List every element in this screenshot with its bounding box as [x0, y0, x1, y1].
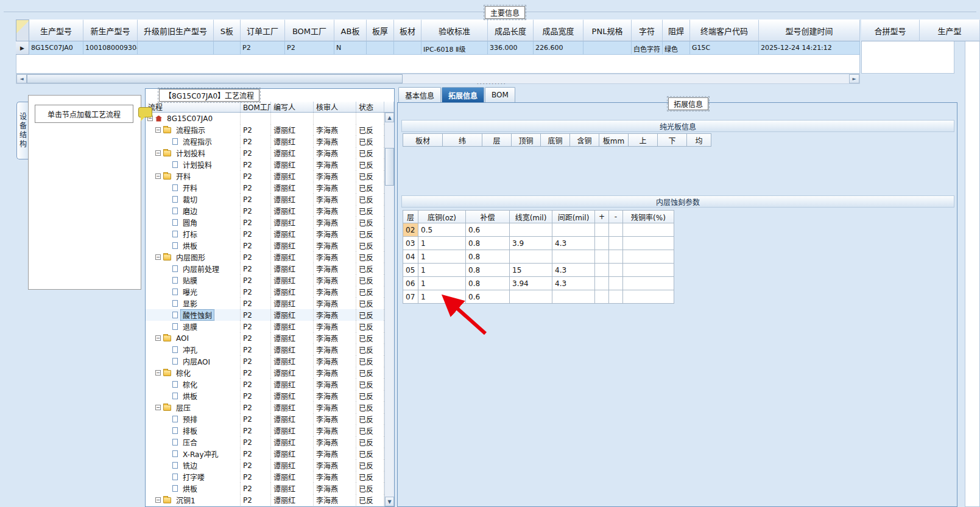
- etch-cell[interactable]: [609, 223, 623, 237]
- main-grid-column-header[interactable]: 生产型号: [29, 19, 83, 41]
- h-scroll-thumb[interactable]: [27, 74, 403, 83]
- tree-node-cell[interactable]: −内层图形: [146, 251, 241, 263]
- etch-data-row[interactable]: 0510.8154.3: [403, 264, 674, 277]
- etch-cell[interactable]: [595, 237, 609, 250]
- tree-node-label[interactable]: 沉铜1: [174, 494, 198, 506]
- etch-cell[interactable]: [623, 277, 674, 290]
- main-grid-column-header[interactable]: 成品宽度: [534, 19, 583, 41]
- main-grid-column-header[interactable]: BOM工厂: [285, 19, 334, 41]
- tree-row[interactable]: 磨边P2谭丽红李海燕已反: [146, 205, 384, 217]
- tree-node-cell[interactable]: 流程指示: [146, 136, 241, 147]
- etch-cell[interactable]: 1: [418, 277, 466, 290]
- tree-node-label[interactable]: 烘板: [180, 240, 200, 251]
- board-column-header[interactable]: 板mm: [599, 133, 629, 147]
- main-grid-cell[interactable]: [367, 41, 394, 55]
- etch-cell[interactable]: [510, 290, 552, 304]
- tree-row[interactable]: 烘板P2谭丽红李海燕已反: [146, 483, 384, 494]
- etch-cell[interactable]: 3.9: [510, 237, 552, 250]
- main-grid-cell[interactable]: 10010800093042: [83, 41, 138, 55]
- tree-node-cell[interactable]: −AOI: [146, 332, 241, 344]
- tree-row[interactable]: −计划投料P2谭丽红李海燕已反: [146, 147, 384, 159]
- etch-cell[interactable]: 1: [418, 264, 466, 277]
- scroll-left-icon[interactable]: ◄: [16, 74, 27, 83]
- etch-column-header[interactable]: +: [595, 210, 609, 223]
- tree-node-label[interactable]: 层压: [174, 402, 193, 413]
- tree-row[interactable]: 显影P2谭丽红李海燕已反: [146, 298, 384, 309]
- scroll-down-icon[interactable]: ▼: [385, 497, 394, 506]
- tree-node-label[interactable]: 开料: [180, 182, 200, 194]
- tree-node-cell[interactable]: −计划投料: [146, 147, 241, 159]
- row-selector-icon[interactable]: ▶: [16, 41, 29, 55]
- collapse-icon[interactable]: −: [155, 405, 161, 410]
- tab-extended-info[interactable]: 拓展信息: [442, 87, 484, 102]
- collapse-icon[interactable]: −: [155, 150, 161, 156]
- tree-row[interactable]: −棕化P2谭丽红李海燕已反: [146, 367, 384, 379]
- main-grid-column-header[interactable]: 板厚: [367, 19, 394, 41]
- tree-node-cell[interactable]: −开料: [146, 170, 241, 182]
- tree-row[interactable]: 打标P2谭丽红李海燕已反: [146, 228, 384, 240]
- tree-row[interactable]: 流程指示P2谭丽红李海燕已反: [146, 136, 384, 147]
- etch-cell[interactable]: [595, 290, 609, 304]
- etch-cell[interactable]: 1: [418, 290, 466, 304]
- main-grid-column-header[interactable]: S板: [214, 19, 241, 41]
- tree-column-header[interactable]: 状态: [356, 102, 384, 112]
- select-all-corner-cell[interactable]: [16, 19, 29, 41]
- tree-row[interactable]: 酸性蚀刻P2谭丽红李海燕已反: [146, 309, 384, 321]
- tree-column-header[interactable]: 核审人: [314, 102, 356, 112]
- main-grid-column-header[interactable]: 升级前旧生产型号: [138, 19, 214, 41]
- tree-row[interactable]: 开料P2谭丽红李海燕已反: [146, 182, 384, 194]
- tree-node-cell[interactable]: 内层AOI: [146, 355, 241, 367]
- etch-cell[interactable]: 3.94: [510, 277, 552, 290]
- tree-node-label[interactable]: 退膜: [180, 321, 200, 332]
- tree-row[interactable]: X-Ray冲孔P2谭丽红李海燕已反: [146, 448, 384, 460]
- main-grid-cell[interactable]: 336.000: [488, 41, 534, 55]
- etch-cell[interactable]: [510, 250, 552, 264]
- tree-node-label[interactable]: 计划投料: [174, 147, 208, 159]
- tree-node-label[interactable]: 排板: [180, 425, 200, 436]
- tree-node-label[interactable]: 冲孔: [180, 344, 200, 355]
- merge-grid-column-header[interactable]: 合拼型号: [861, 19, 920, 41]
- tree-node-label[interactable]: 开料: [174, 170, 193, 182]
- tab-bom[interactable]: BOM: [485, 87, 515, 102]
- tree-node-label[interactable]: 压合: [180, 436, 200, 448]
- main-grid-column-header[interactable]: 终端客户代码: [690, 19, 759, 41]
- etch-column-header[interactable]: 补偿: [466, 210, 510, 223]
- collapse-icon[interactable]: −: [155, 127, 161, 133]
- collapse-icon[interactable]: −: [155, 254, 161, 260]
- tree-row[interactable]: 退膜P2谭丽红李海燕已反: [146, 321, 384, 332]
- etch-cell[interactable]: [552, 290, 595, 304]
- tree-row[interactable]: 内层AOIP2谭丽红李海燕已反: [146, 355, 384, 367]
- main-grid-cell[interactable]: N: [334, 41, 367, 55]
- etch-data-row[interactable]: 0410.8: [403, 250, 674, 264]
- collapse-icon[interactable]: −: [155, 173, 161, 179]
- tree-node-cell[interactable]: 打标: [146, 228, 241, 240]
- tree-node-cell[interactable]: 烘板: [146, 390, 241, 402]
- tree-node-cell[interactable]: 打字喽: [146, 471, 241, 483]
- tree-node-cell[interactable]: 排板: [146, 425, 241, 436]
- tree-row[interactable]: 贴膜P2谭丽红李海燕已反: [146, 274, 384, 286]
- v-scroll-thumb[interactable]: [385, 148, 394, 186]
- etch-cell[interactable]: 15: [510, 264, 552, 277]
- tree-node-cell[interactable]: 酸性蚀刻: [146, 309, 241, 321]
- tree-node-label[interactable]: AOI: [174, 334, 191, 343]
- etch-cell[interactable]: [595, 264, 609, 277]
- board-column-header[interactable]: 含铜: [570, 133, 599, 147]
- etch-column-header[interactable]: 线宽(mil): [510, 210, 552, 223]
- tree-row[interactable]: −开料P2谭丽红李海燕已反: [146, 170, 384, 182]
- tree-row[interactable]: 棕化P2谭丽红李海燕已反: [146, 379, 384, 390]
- etch-column-header[interactable]: 间距(mil): [552, 210, 595, 223]
- tree-node-label[interactable]: 计划投料: [180, 159, 214, 170]
- tree-row[interactable]: 内层前处理P2谭丽红李海燕已反: [146, 263, 384, 274]
- tree-node-cell[interactable]: 裁切: [146, 194, 241, 205]
- v-scroll-track[interactable]: [385, 122, 394, 497]
- main-grid-column-header[interactable]: AB板: [334, 19, 367, 41]
- board-column-header[interactable]: 板材: [403, 133, 443, 147]
- tree-row[interactable]: 烘板P2谭丽红李海燕已反: [146, 390, 384, 402]
- main-grid-cell[interactable]: P2: [285, 41, 334, 55]
- tab-device-structure[interactable]: 设备结构: [16, 102, 28, 159]
- tree-column-header[interactable]: 流程: [146, 102, 241, 112]
- tree-node-label[interactable]: X-Ray冲孔: [180, 448, 220, 460]
- tree-node-label[interactable]: 流程指示: [180, 136, 214, 147]
- etch-column-header[interactable]: 层: [403, 210, 418, 223]
- tree-node-label[interactable]: 裁切: [180, 194, 200, 205]
